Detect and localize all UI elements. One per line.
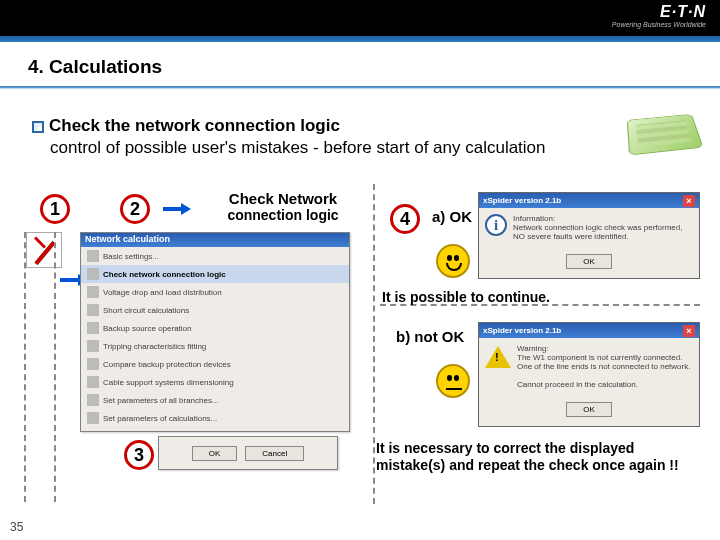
dialog-title: xSpider version 2.1b	[483, 326, 561, 335]
step-badge-4: 4	[390, 204, 420, 234]
menu-item[interactable]: Backup source operation	[81, 319, 349, 337]
menu-item-icon	[87, 394, 99, 406]
ok-button[interactable]: OK	[192, 446, 238, 461]
menu-item[interactable]: Compare backup protection devices	[81, 355, 349, 373]
slide-title: 4. Calculations	[28, 56, 162, 78]
menu-item-icon	[87, 376, 99, 388]
menu-item-icon	[87, 322, 99, 334]
decorative-board-icon	[627, 114, 704, 155]
warning-icon	[485, 346, 511, 368]
info-icon: i	[485, 214, 507, 236]
step-num-1: 1	[50, 199, 60, 220]
sad-face-icon	[436, 364, 470, 398]
checkmark-icon	[26, 232, 62, 268]
menu-item[interactable]: Short circuit calculations	[81, 301, 349, 319]
dialog-text: Information: Network connection logic ch…	[513, 214, 682, 241]
menu-item-icon	[87, 250, 99, 262]
ok-button[interactable]: OK	[566, 402, 612, 417]
confirm-dialog: OK Cancel	[158, 436, 338, 470]
check-network-l2: connection logic	[198, 207, 368, 223]
menu-item-label: Voltage drop and load distribution	[103, 288, 222, 297]
header-bluebar	[0, 36, 720, 42]
menu-item[interactable]: Voltage drop and load distribution	[81, 283, 349, 301]
check-network-label: Check Network connection logic	[198, 190, 368, 223]
menu-item-icon	[87, 340, 99, 352]
menu-titlebar: Network calculation	[81, 233, 349, 247]
step-num-4: 4	[400, 209, 410, 230]
menu-item-label: Backup source operation	[103, 324, 192, 333]
menu-item[interactable]: Set parameters of calculations...	[81, 409, 349, 427]
bullet-main: Check the network connection logic	[49, 116, 340, 135]
ok-button[interactable]: OK	[566, 254, 612, 269]
cancel-button[interactable]: Cancel	[245, 446, 304, 461]
menu-item-icon	[87, 412, 99, 424]
close-icon[interactable]: ×	[683, 325, 695, 337]
bullet-block: Check the network connection logic contr…	[32, 116, 690, 158]
menu-item-label: Set parameters of all branches...	[103, 396, 219, 405]
menu-item[interactable]: Tripping characteristics fitting	[81, 337, 349, 355]
menu-item-label: Short circuit calculations	[103, 306, 189, 315]
menu-item-label: Check network connection logic	[103, 270, 226, 279]
menu-item-label: Tripping characteristics fitting	[103, 342, 206, 351]
menu-item-label: Basic settings...	[103, 252, 159, 261]
menu-item[interactable]: Cable support systems dimensioning	[81, 373, 349, 391]
menu-item[interactable]: Set parameters of all branches...	[81, 391, 349, 409]
divider-vertical	[24, 232, 26, 502]
brand-text: E·T·N	[660, 3, 706, 20]
step-badge-1: 1	[40, 194, 70, 224]
step-num-3: 3	[134, 445, 144, 466]
bullet-icon	[32, 121, 44, 133]
menu-item-label: Set parameters of calculations...	[103, 414, 217, 423]
bullet-sub: control of possible user's mistakes - be…	[50, 138, 690, 158]
brand-tagline: Powering Business Worldwide	[612, 21, 706, 28]
dialog-title: xSpider version 2.1b	[483, 196, 561, 205]
menu-item-label: Cable support systems dimensioning	[103, 378, 234, 387]
happy-face-icon	[436, 244, 470, 278]
step-badge-2: 2	[120, 194, 150, 224]
close-icon[interactable]: ×	[683, 195, 695, 207]
header: E·T·N Powering Business Worldwide	[0, 0, 720, 42]
arrow-right-icon	[163, 204, 191, 214]
divider-vertical	[373, 184, 375, 504]
page-number: 35	[10, 520, 23, 534]
menu-item-label: Compare backup protection devices	[103, 360, 231, 369]
menu-rows: Basic settings...Check network connectio…	[81, 247, 349, 427]
step-num-2: 2	[130, 199, 140, 220]
result-a-label: a) OK	[432, 208, 472, 225]
menu-item[interactable]: Check network connection logic	[81, 265, 349, 283]
dialog-titlebar: xSpider version 2.1b×	[479, 193, 699, 208]
followup-err: It is necessary to correct the displayed…	[376, 440, 696, 474]
followup-ok: It is possible to continue.	[382, 289, 550, 305]
check-network-l1: Check Network	[229, 190, 337, 207]
info-dialog: xSpider version 2.1b× iInformation: Netw…	[478, 192, 700, 279]
warning-dialog: xSpider version 2.1b× Warning: The W1 co…	[478, 322, 700, 427]
dialog-text: Warning: The W1 component is not current…	[517, 344, 690, 389]
menu-item[interactable]: Basic settings...	[81, 247, 349, 265]
brand-logo: E·T·N	[660, 3, 706, 21]
divider-vertical	[54, 232, 56, 502]
title-underline-light	[0, 88, 720, 89]
menu-item-icon	[87, 268, 99, 280]
menu-item-icon	[87, 358, 99, 370]
menu-panel: Network calculation Basic settings...Che…	[80, 232, 350, 432]
menu-item-icon	[87, 304, 99, 316]
step-badge-3: 3	[124, 440, 154, 470]
result-b-label: b) not OK	[396, 328, 464, 345]
dialog-titlebar: xSpider version 2.1b×	[479, 323, 699, 338]
menu-item-icon	[87, 286, 99, 298]
header-blackbar: E·T·N Powering Business Worldwide	[0, 0, 720, 36]
